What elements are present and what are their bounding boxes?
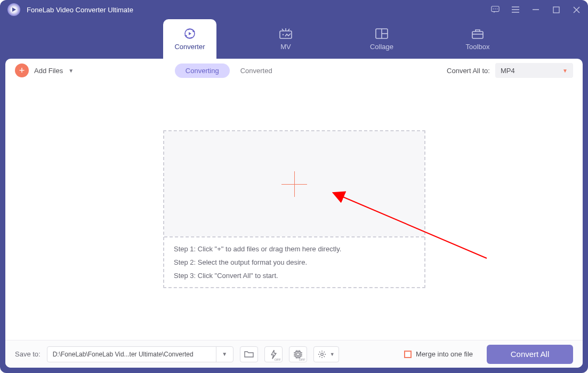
save-path-value: D:\FoneLab\FoneLab Vid...ter Ultimate\Co… bbox=[47, 351, 216, 358]
svg-point-4 bbox=[497, 9, 498, 10]
main-tabs-row: Converter MV Collage Toolbox bbox=[0, 19, 588, 59]
open-folder-button[interactable] bbox=[240, 346, 258, 362]
mv-icon bbox=[279, 28, 293, 39]
tab-collage[interactable]: Collage bbox=[355, 19, 408, 59]
converter-icon bbox=[183, 28, 197, 39]
hardware-accel-button[interactable]: OFF bbox=[264, 346, 283, 362]
feedback-icon[interactable] bbox=[491, 5, 500, 14]
tab-toolbox[interactable]: Toolbox bbox=[451, 19, 504, 59]
step-3-text: Step 3: Click "Convert All" to start. bbox=[174, 272, 415, 280]
app-window: FoneLab Video Converter Ultimate bbox=[0, 0, 588, 373]
checkbox-icon bbox=[404, 351, 412, 358]
tab-mv-label: MV bbox=[280, 43, 291, 51]
app-title: FoneLab Video Converter Ultimate bbox=[27, 6, 133, 14]
svg-point-39 bbox=[320, 353, 323, 355]
step-2-text: Step 2: Select the output format you des… bbox=[174, 258, 415, 266]
add-files-button[interactable]: + Add Files ▼ bbox=[15, 64, 74, 77]
menu-icon[interactable] bbox=[511, 5, 520, 14]
merge-label: Merge into one file bbox=[416, 350, 473, 358]
save-path-select[interactable]: D:\FoneLab\FoneLab Vid...ter Ultimate\Co… bbox=[47, 346, 233, 362]
main-panel: + Add Files ▼ Converting Converted Conve… bbox=[5, 59, 583, 368]
output-format-select[interactable]: MP4 ▼ bbox=[495, 63, 573, 78]
plus-icon: + bbox=[15, 64, 29, 77]
svg-point-2 bbox=[493, 9, 494, 10]
drop-zone-steps: Step 1: Click "+" to add files or drag t… bbox=[164, 236, 424, 287]
svg-rect-25 bbox=[295, 352, 301, 357]
tab-mv[interactable]: MV bbox=[259, 19, 312, 59]
toolbox-icon bbox=[471, 28, 485, 39]
step-1-text: Step 1: Click "+" to add files or drag t… bbox=[174, 245, 415, 253]
tab-converter[interactable]: Converter bbox=[163, 19, 216, 59]
merge-checkbox[interactable]: Merge into one file bbox=[404, 350, 473, 358]
status-pill-tabs: Converting Converted bbox=[175, 64, 283, 78]
svg-rect-26 bbox=[296, 353, 299, 355]
gpu-button[interactable]: OFF bbox=[289, 346, 307, 362]
convert-all-button[interactable]: Convert All bbox=[487, 345, 573, 364]
system-icons bbox=[491, 5, 581, 14]
tab-converter-label: Converter bbox=[174, 43, 205, 51]
convert-all-to-label: Convert All to: bbox=[447, 67, 490, 75]
off-badge: OFF bbox=[275, 358, 281, 361]
footer-bar: Save to: D:\FoneLab\FoneLab Vid...ter Ul… bbox=[5, 340, 583, 368]
save-to-label: Save to: bbox=[15, 350, 41, 358]
collage-icon bbox=[375, 28, 389, 39]
svg-point-17 bbox=[283, 34, 284, 35]
tab-toolbox-label: Toolbox bbox=[466, 43, 490, 51]
save-path-dropdown[interactable]: ▼ bbox=[216, 347, 233, 362]
svg-rect-21 bbox=[472, 31, 483, 38]
settings-button[interactable]: ▼ bbox=[313, 346, 339, 362]
convert-all-to-group: Convert All to: MP4 ▼ bbox=[447, 63, 573, 78]
minimize-icon[interactable] bbox=[531, 5, 540, 14]
svg-rect-9 bbox=[553, 7, 559, 13]
close-icon[interactable] bbox=[572, 5, 581, 14]
chevron-down-icon: ▼ bbox=[330, 352, 335, 357]
selected-format-value: MP4 bbox=[501, 67, 515, 75]
app-logo-icon bbox=[7, 3, 20, 16]
svg-marker-15 bbox=[189, 32, 191, 35]
svg-marker-0 bbox=[12, 7, 16, 12]
drop-zone: Step 1: Click "+" to add files or drag t… bbox=[163, 130, 425, 288]
title-bar: FoneLab Video Converter Ultimate bbox=[0, 0, 588, 19]
sub-toolbar: + Add Files ▼ Converting Converted Conve… bbox=[5, 59, 583, 82]
plus-large-icon bbox=[281, 171, 307, 197]
maximize-icon[interactable] bbox=[552, 5, 560, 14]
content-area: Step 1: Click "+" to add files or drag t… bbox=[5, 82, 583, 340]
chevron-down-icon: ▼ bbox=[562, 68, 568, 74]
chevron-down-icon: ▼ bbox=[68, 68, 74, 74]
pill-converted[interactable]: Converted bbox=[230, 64, 283, 78]
pill-converting[interactable]: Converting bbox=[175, 64, 230, 78]
svg-point-3 bbox=[495, 9, 496, 10]
tab-collage-label: Collage bbox=[370, 43, 393, 51]
add-files-label: Add Files bbox=[34, 67, 63, 75]
off-badge: OFF bbox=[299, 358, 305, 361]
drop-zone-add[interactable] bbox=[164, 131, 424, 236]
